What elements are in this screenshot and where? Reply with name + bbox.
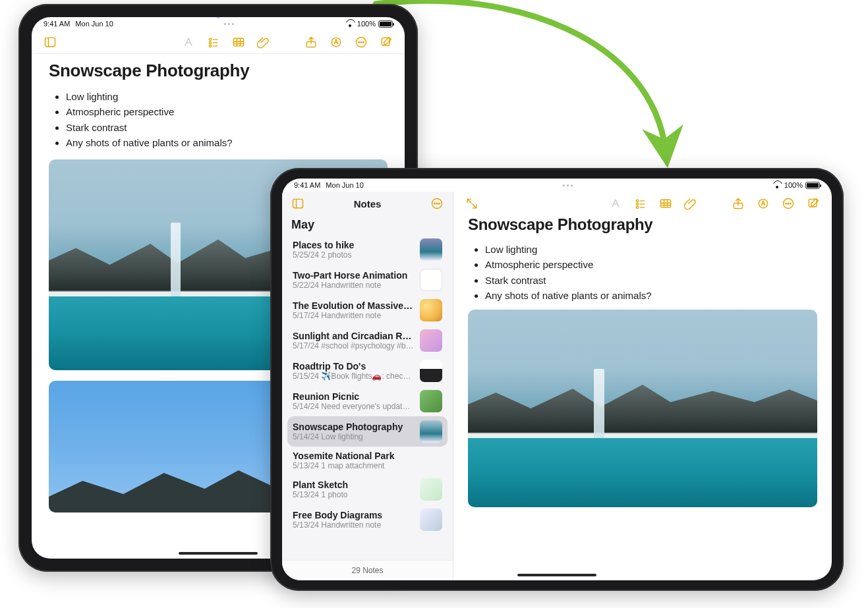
sidebar-toggle-icon[interactable] [289, 194, 307, 213]
compose-icon[interactable] [804, 194, 823, 213]
list-item: Stark contrast [485, 273, 817, 288]
svg-point-2 [209, 41, 211, 43]
status-bar: 9:41 AM Mon Jun 10 100% [282, 179, 832, 192]
battery-percent: 100% [784, 181, 803, 189]
multitask-dots-icon[interactable] [364, 184, 772, 186]
ipad-landscape: 9:41 AM Mon Jun 10 100% Notes May Places… [270, 168, 844, 591]
sidebar-section-header: May [282, 215, 453, 235]
expand-icon[interactable] [463, 194, 481, 213]
svg-point-14 [434, 203, 436, 204]
sidebar-item-subtitle: 5/13/24 1 photo [293, 490, 415, 499]
sidebar-item-subtitle: 5/17/24 Handwritten note [293, 311, 415, 320]
more-icon[interactable] [779, 194, 797, 213]
status-time: 9:41 AM [43, 20, 70, 28]
svg-point-26 [790, 203, 792, 204]
svg-point-8 [359, 41, 360, 43]
note-thumbnail [420, 238, 442, 261]
sidebar-note-item[interactable]: Two-Part Horse Animation5/22/24 Handwrit… [287, 265, 448, 295]
markup-icon[interactable] [754, 194, 772, 213]
note-content[interactable]: Snowscape Photography Low lighting Atmos… [453, 215, 832, 580]
more-icon[interactable] [428, 194, 446, 213]
sidebar-item-subtitle: 5/15/24 ✈️Book flights🚗: check… [293, 372, 415, 381]
sidebar-item-title: The Evolution of Massive Star… [293, 300, 415, 311]
battery-icon [378, 20, 393, 28]
notes-sidebar: Notes May Places to hike5/25/24 2 photos… [282, 192, 453, 580]
sidebar-item-subtitle: 5/17/24 #school #psychology #bio… [293, 341, 415, 350]
sidebar-item-title: Two-Part Horse Animation [293, 270, 415, 281]
attachment-icon[interactable] [681, 194, 700, 213]
wifi-icon [345, 20, 355, 27]
note-thumbnail [420, 329, 442, 352]
sidebar-note-item[interactable]: Reunion Picnic5/14/24 Need everyone's up… [287, 386, 448, 416]
markup-icon[interactable] [327, 33, 345, 51]
sidebar-note-item[interactable]: Sunlight and Circadian Rhyth…5/17/24 #sc… [287, 325, 448, 356]
note-thumbnail [420, 360, 442, 382]
sidebar-note-item[interactable]: Places to hike5/25/24 2 photos [287, 235, 448, 265]
sidebar-item-title: Places to hike [293, 240, 415, 250]
sidebar-title: Notes [314, 198, 421, 209]
svg-point-19 [636, 206, 638, 208]
svg-point-17 [636, 200, 638, 202]
svg-rect-4 [234, 38, 244, 46]
svg-point-1 [209, 38, 211, 40]
table-icon[interactable] [229, 33, 248, 51]
svg-rect-12 [293, 199, 303, 207]
sidebar-item-title: Plant Sketch [293, 480, 415, 490]
attachment-icon[interactable] [254, 33, 273, 51]
home-indicator[interactable] [179, 552, 258, 555]
svg-point-24 [786, 203, 787, 204]
sidebar-note-item[interactable]: Snowscape Photography5/14/24 Low lightin… [287, 416, 448, 447]
sidebar-note-item[interactable]: Free Body Diagrams5/13/24 Handwritten no… [287, 505, 448, 535]
sidebar-item-subtitle: 5/14/24 Low lighting [293, 432, 415, 441]
sidebar-item-subtitle: 5/25/24 2 photos [293, 250, 415, 260]
battery-icon [805, 182, 820, 189]
note-photo-waterfall[interactable] [468, 310, 817, 507]
status-date: Mon Jun 10 [326, 181, 363, 189]
note-bullets: Low lighting Atmospheric perspective Sta… [468, 242, 817, 303]
status-time: 9:41 AM [294, 181, 320, 189]
list-item: Stark contrast [66, 120, 388, 135]
sidebar-item-title: Sunlight and Circadian Rhyth… [293, 331, 415, 341]
share-icon[interactable] [302, 33, 320, 51]
svg-point-16 [439, 203, 440, 204]
svg-point-18 [636, 203, 638, 205]
list-item: Low lighting [66, 89, 388, 104]
sidebar-note-item[interactable]: Roadtrip To Do's5/15/24 ✈️Book flights🚗:… [287, 356, 448, 386]
share-icon[interactable] [729, 194, 747, 213]
svg-rect-0 [45, 38, 55, 46]
sidebar-item-subtitle: 5/22/24 Handwritten note [293, 281, 415, 290]
list-item: Any shots of native plants or animals? [485, 288, 817, 303]
sidebar-toggle-icon[interactable] [41, 33, 59, 51]
table-icon[interactable] [656, 194, 675, 213]
checklist-icon[interactable] [631, 194, 650, 213]
note-thumbnail [420, 269, 442, 291]
sidebar-item-subtitle: 5/13/24 1 map attachment [293, 461, 442, 470]
svg-point-3 [209, 45, 211, 47]
sidebar-item-subtitle: 5/13/24 Handwritten note [293, 520, 415, 530]
svg-point-10 [363, 41, 364, 43]
checklist-icon[interactable] [204, 33, 223, 51]
sidebar-note-item[interactable]: Yosemite National Park5/13/24 1 map atta… [287, 447, 448, 474]
sidebar-note-item[interactable]: Plant Sketch5/13/24 1 photo [287, 474, 448, 505]
sidebar-note-item[interactable]: The Evolution of Massive Star…5/17/24 Ha… [287, 295, 448, 325]
note-bullets: Low lighting Atmospheric perspective Sta… [49, 89, 388, 150]
svg-point-15 [436, 203, 438, 204]
svg-point-25 [788, 203, 789, 204]
multitask-dots-icon[interactable] [113, 23, 345, 25]
list-item: Atmospheric perspective [485, 257, 817, 272]
status-date: Mon Jun 10 [75, 20, 113, 28]
text-format-icon[interactable] [179, 33, 198, 51]
svg-point-9 [361, 41, 362, 43]
note-thumbnail [420, 509, 442, 531]
compose-icon[interactable] [377, 33, 395, 51]
wifi-icon [772, 182, 782, 188]
text-format-icon[interactable] [606, 194, 625, 213]
sidebar-footer-count: 29 Notes [282, 560, 453, 580]
battery-percent: 100% [357, 20, 376, 28]
home-indicator[interactable] [517, 574, 596, 576]
sidebar-item-title: Roadtrip To Do's [293, 361, 415, 372]
sidebar-item-subtitle: 5/14/24 Need everyone's updated… [293, 402, 415, 411]
sidebar-item-title: Reunion Picnic [293, 391, 415, 402]
more-icon[interactable] [352, 33, 370, 51]
sidebar-item-title: Free Body Diagrams [293, 510, 415, 520]
